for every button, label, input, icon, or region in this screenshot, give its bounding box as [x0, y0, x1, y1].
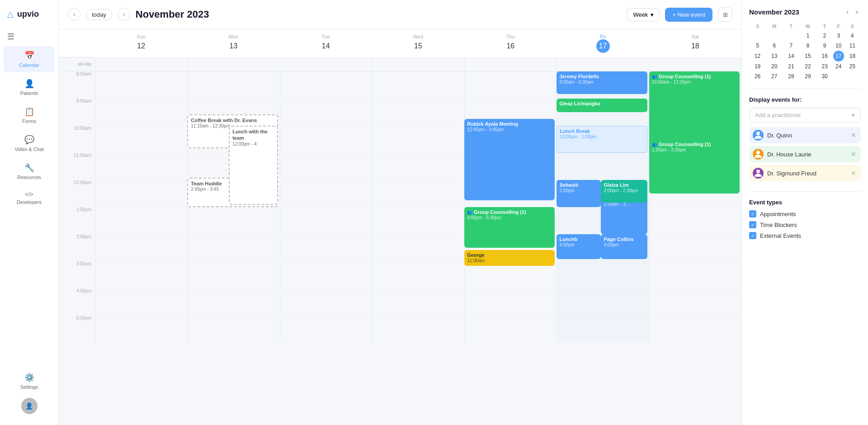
- calendar-event[interactable]: Lunchb 4:00pm: [557, 234, 601, 259]
- mini-cal-day[interactable]: 17: [833, 51, 844, 61]
- time-cell[interactable]: [280, 316, 372, 343]
- appointments-checkbox[interactable]: ✓: [749, 210, 756, 217]
- time-cell[interactable]: [372, 180, 464, 207]
- mini-prev-button[interactable]: ‹: [844, 7, 851, 16]
- user-avatar[interactable]: 👤: [21, 398, 38, 414]
- mini-cal-day[interactable]: 13: [766, 51, 783, 61]
- time-cell[interactable]: [372, 126, 464, 153]
- calendar-event[interactable]: Rubick Ayala Meeting 12:45pm - 3:45pm: [464, 119, 555, 200]
- time-cell[interactable]: [95, 261, 187, 288]
- calendar-event[interactable]: Lunch Break 12:00pm - 1:00pm: [557, 126, 647, 153]
- mini-cal-day[interactable]: 6: [766, 41, 783, 51]
- time-cell[interactable]: [280, 288, 372, 316]
- mini-cal-day[interactable]: 11: [844, 41, 861, 51]
- time-cell[interactable]: [372, 71, 464, 99]
- mini-cal-day[interactable]: 24: [833, 61, 844, 71]
- calendar-event[interactable]: 👥Group Counselling (1) 1:30pm - 3:30pm: [649, 139, 740, 194]
- time-cell[interactable]: [372, 316, 464, 343]
- time-cell[interactable]: [187, 207, 279, 234]
- mini-cal-day[interactable]: 3: [833, 31, 844, 41]
- time-cell[interactable]: [95, 99, 187, 126]
- mini-cal-day[interactable]: 7: [783, 41, 799, 51]
- calendar-event[interactable]: Page Collins 4:00pm: [601, 234, 647, 259]
- sidebar-item-settings[interactable]: ⚙️ Settings: [4, 368, 55, 394]
- time-cell[interactable]: [95, 71, 187, 99]
- mini-cal-day[interactable]: 25: [844, 61, 861, 71]
- time-cell[interactable]: [95, 234, 187, 261]
- prev-week-button[interactable]: ‹: [68, 8, 80, 21]
- remove-freud-button[interactable]: ✕: [850, 170, 857, 177]
- mini-cal-day[interactable]: 26: [749, 71, 766, 81]
- time-cell[interactable]: [464, 288, 557, 316]
- mini-cal-day[interactable]: 20: [766, 61, 783, 71]
- mini-cal-day[interactable]: 27: [766, 71, 783, 81]
- sidebar-item-resources[interactable]: 🔧 Resources: [4, 158, 55, 184]
- sidebar-item-calendar[interactable]: 📅 Calendar: [4, 46, 55, 72]
- time-cell[interactable]: [649, 261, 741, 288]
- time-cell[interactable]: [649, 207, 741, 234]
- time-cell[interactable]: [557, 261, 649, 288]
- time-cell[interactable]: [464, 316, 557, 343]
- time-cell[interactable]: [280, 99, 372, 126]
- mini-cal-day[interactable]: 10: [833, 41, 844, 51]
- calendar-event[interactable]: Jeremy Flordells 9:00am - 9:30am: [557, 71, 647, 94]
- sidebar-item-patients[interactable]: 👤 Patients: [4, 74, 55, 100]
- time-cell[interactable]: [280, 126, 372, 153]
- mini-cal-day[interactable]: 5: [749, 41, 766, 51]
- mini-cal-day[interactable]: 15: [799, 51, 816, 61]
- mini-cal-day[interactable]: 22: [799, 61, 816, 71]
- today-button[interactable]: today: [86, 9, 112, 20]
- mini-cal-day[interactable]: 14: [783, 51, 799, 61]
- time-cell[interactable]: [187, 261, 279, 288]
- mini-cal-day[interactable]: 4: [844, 31, 861, 41]
- time-cell[interactable]: [95, 126, 187, 153]
- time-cell[interactable]: [187, 234, 279, 261]
- calendar-event[interactable]: Glaiza Lim 2:00pm - 2:30pm: [601, 180, 647, 203]
- time-cell[interactable]: [95, 180, 187, 207]
- mini-cal-day[interactable]: 12: [749, 51, 766, 61]
- next-week-button[interactable]: ›: [118, 8, 130, 21]
- external-checkbox[interactable]: ✓: [749, 232, 756, 239]
- time-cell[interactable]: [95, 288, 187, 316]
- mini-cal-day[interactable]: 1: [799, 31, 816, 41]
- remove-house-button[interactable]: ✕: [850, 151, 857, 158]
- time-cell[interactable]: [372, 288, 464, 316]
- sidebar-item-video-chat[interactable]: 💬 Video & Chat: [4, 130, 55, 156]
- time-cell[interactable]: [372, 153, 464, 180]
- mini-cal-day[interactable]: 29: [799, 71, 816, 81]
- sidebar-item-developers[interactable]: </> Developers: [4, 186, 55, 209]
- time-cell[interactable]: [557, 153, 649, 180]
- time-cell[interactable]: [372, 261, 464, 288]
- time-cell[interactable]: [280, 180, 372, 207]
- sidebar-item-forms[interactable]: 📋 Forms: [4, 102, 55, 128]
- mini-cal-day[interactable]: 9: [816, 41, 833, 51]
- time-cell[interactable]: [649, 316, 741, 343]
- menu-button[interactable]: ☰: [0, 28, 58, 45]
- mini-cal-day[interactable]: 16: [816, 51, 833, 61]
- mini-cal-day[interactable]: 18: [844, 51, 861, 61]
- time-cell[interactable]: [280, 153, 372, 180]
- mini-next-button[interactable]: ›: [853, 7, 861, 16]
- calendar-event[interactable]: George 11:00am: [464, 250, 555, 266]
- add-practitioner-dropdown[interactable]: Add a practitioner ▾: [749, 108, 861, 123]
- calendar-event[interactable]: Gleaz Lichiangko: [557, 99, 647, 112]
- time-cell[interactable]: [187, 71, 279, 99]
- grid-view-button[interactable]: ⊞: [718, 7, 732, 22]
- calendar-event[interactable]: Lunch with the team 12:00pm - 4:: [229, 126, 278, 205]
- view-selector[interactable]: Week ▾: [627, 8, 660, 21]
- time-cell[interactable]: [557, 288, 649, 316]
- time-cell[interactable]: [280, 207, 372, 234]
- mini-cal-day[interactable]: 19: [749, 61, 766, 71]
- time-cell[interactable]: [649, 288, 741, 316]
- mini-cal-day[interactable]: 30: [816, 71, 833, 81]
- calendar-event[interactable]: Sebastii 2:00pm: [557, 180, 601, 207]
- time-cell[interactable]: [95, 316, 187, 343]
- remove-quinn-button[interactable]: ✕: [850, 132, 857, 139]
- mini-cal-day[interactable]: 2: [816, 31, 833, 41]
- mini-cal-day[interactable]: 8: [799, 41, 816, 51]
- time-cell[interactable]: [187, 316, 279, 343]
- time-cell[interactable]: [557, 316, 649, 343]
- time-cell[interactable]: [280, 71, 372, 99]
- time-cell[interactable]: [372, 207, 464, 234]
- mini-cal-day[interactable]: 23: [816, 61, 833, 71]
